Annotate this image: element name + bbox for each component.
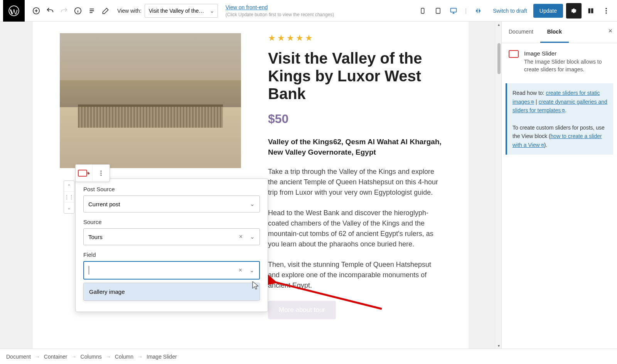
location-text: Valley of the Kings62, Qesm Al Wahat Al … — [268, 137, 442, 157]
edit-icon[interactable] — [99, 4, 113, 18]
wordpress-logo[interactable] — [3, 0, 25, 22]
tab-document[interactable]: Document — [502, 22, 540, 43]
image-slider-icon — [78, 170, 87, 177]
svg-point-11 — [101, 170, 102, 172]
svg-rect-7 — [591, 8, 593, 13]
view-with-select[interactable]: Visit the Valley of the… ⌄ — [145, 4, 218, 18]
update-button[interactable]: Update — [533, 4, 563, 18]
move-up-button[interactable]: ⌃ — [64, 181, 74, 192]
tablet-preview-icon[interactable] — [431, 4, 445, 18]
block-settings-popover: Post Source Current post ⌄ Source Tours … — [75, 179, 268, 312]
add-block-icon[interactable] — [29, 4, 43, 18]
chevron-down-icon: ⌄ — [210, 8, 214, 14]
editor-canvas: ▴ ▾ ▾ — [0, 22, 501, 349]
svg-point-9 — [605, 10, 607, 11]
svg-rect-6 — [588, 8, 591, 13]
toolset-icon[interactable] — [583, 3, 598, 19]
block-more-options-button[interactable] — [93, 165, 110, 182]
breadcrumb: Document→ Container→ Columns→ Column→ Im… — [0, 349, 617, 364]
settings-gear-icon[interactable] — [566, 3, 582, 19]
rating-stars: ★★★★★ — [268, 33, 442, 43]
more-options-icon[interactable] — [598, 3, 614, 19]
crumb-column[interactable]: Column — [115, 354, 133, 360]
content-column: ★★★★★ Visit the Valley of the Kings by L… — [268, 33, 442, 319]
crumb-container[interactable]: Container — [44, 354, 67, 360]
editor-top-toolbar: View with: Visit the Valley of the… ⌄ Vi… — [0, 0, 617, 22]
paragraph-1[interactable]: Take a trip through the Valley of the Ki… — [268, 167, 442, 198]
svg-point-12 — [101, 173, 102, 174]
block-toolbar: ▾ — [75, 164, 110, 182]
post-source-label: Post Source — [83, 186, 260, 192]
source-label: Source — [83, 219, 260, 225]
switch-to-draft-button[interactable]: Switch to draft — [493, 8, 527, 14]
chevron-down-icon: ⌄ — [249, 267, 255, 274]
move-down-button[interactable]: ⌄ — [64, 202, 74, 213]
redo-icon[interactable] — [57, 4, 71, 18]
sidebar-notice: Read how to: create sliders for static i… — [506, 83, 613, 155]
close-sidebar-icon[interactable]: × — [608, 27, 612, 35]
post-source-select[interactable]: Current post ⌄ — [83, 195, 260, 212]
image-slider-icon — [509, 50, 519, 58]
front-end-hint: (Click Update button first to view the r… — [226, 12, 334, 17]
drag-handle[interactable]: ⋮⋮ — [64, 192, 74, 202]
undo-icon[interactable] — [43, 4, 57, 18]
frontend-toggle-icon[interactable] — [471, 4, 485, 18]
external-link-icon: ⧉ — [530, 99, 534, 104]
scrollbar-thumb[interactable] — [497, 43, 501, 74]
view-with-label: View with: — [117, 8, 142, 14]
separator: | — [465, 7, 467, 14]
svg-point-10 — [605, 12, 607, 13]
crumb-document[interactable]: Document — [6, 354, 31, 360]
view-front-end-link[interactable]: View on front-end — [226, 4, 268, 10]
hero-image[interactable] — [60, 33, 241, 168]
post-source-value: Current post — [88, 201, 120, 207]
mobile-preview-icon[interactable] — [416, 4, 430, 18]
field-option-gallery-image[interactable]: Gallery image — [84, 283, 260, 300]
svg-rect-4 — [436, 8, 440, 13]
info-icon[interactable] — [71, 4, 85, 18]
list-view-icon[interactable] — [85, 4, 99, 18]
tab-block[interactable]: Block — [540, 22, 569, 43]
notice-part2b: ). — [544, 142, 548, 148]
sidebar-tabs: Document Block × — [502, 22, 617, 43]
price: $50 — [268, 112, 442, 126]
block-type-button[interactable]: ▾ — [76, 165, 93, 182]
crumb-image-slider[interactable]: Image Slider — [147, 354, 177, 360]
view-with-value: Visit the Valley of the… — [149, 8, 204, 14]
source-select[interactable]: Tours × ⌄ — [83, 228, 260, 245]
page-title[interactable]: Visit the Valley of the Kings by Luxor W… — [268, 49, 442, 103]
field-dropdown: Gallery image — [83, 283, 260, 301]
clear-field-icon[interactable]: × — [239, 267, 242, 274]
source-value: Tours — [88, 234, 103, 240]
chevron-down-icon: ⌄ — [250, 233, 255, 240]
paragraph-3[interactable]: Then, visit the stunning Temple of Queen… — [268, 260, 442, 291]
svg-rect-3 — [421, 8, 424, 13]
front-end-link-group: View on front-end (Click Update button f… — [226, 4, 334, 18]
scroll-down-icon[interactable]: ▾ — [496, 344, 501, 348]
notice-lead: Read how to: — [512, 90, 546, 96]
external-link-icon: ⧉ — [561, 108, 565, 113]
block-info-header: Image Slider The Image Slider block allo… — [502, 43, 617, 78]
paragraph-2[interactable]: Head to the West Bank and discover the h… — [268, 208, 442, 249]
svg-point-13 — [101, 175, 102, 176]
block-mover: ⌃ ⋮⋮ ⌄ — [64, 180, 74, 214]
more-about-tour-button[interactable]: More about tour — [268, 301, 336, 319]
field-select[interactable]: × ⌄ — [83, 261, 260, 280]
desktop-preview-icon[interactable] — [447, 4, 460, 18]
block-description: The Image Slider block allows to create … — [524, 58, 610, 73]
scrollbar-track[interactable]: ▴ ▾ — [496, 22, 501, 349]
field-input[interactable] — [89, 267, 244, 274]
separator: | — [536, 99, 539, 105]
scroll-up-icon[interactable]: ▴ — [496, 22, 501, 27]
crumb-columns[interactable]: Columns — [81, 354, 102, 360]
clear-source-icon[interactable]: × — [239, 233, 243, 240]
settings-sidebar: Document Block × Image Slider The Image … — [501, 22, 617, 349]
svg-point-8 — [605, 8, 607, 9]
svg-rect-5 — [450, 8, 456, 12]
preview-device-icons: | — [416, 4, 485, 18]
external-link-icon: ⧉ — [540, 143, 544, 147]
chevron-down-icon: ⌄ — [250, 201, 255, 207]
field-label: Field — [83, 251, 260, 258]
block-name: Image Slider — [524, 50, 610, 57]
